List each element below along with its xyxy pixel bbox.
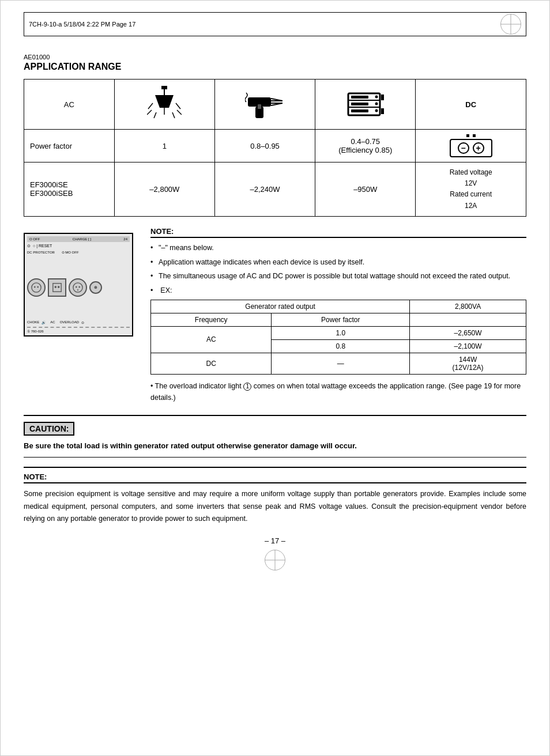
plus-terminal: + — [473, 142, 484, 154]
dc-terminal-box: − + — [450, 139, 492, 157]
gen-bottom-bar: ① 760-026 — [27, 327, 130, 333]
generator-image-area: O OFF CHARGE [ ] 24 ⊙ ○ | RESET DC PROTE… — [24, 227, 139, 403]
svg-point-35 — [76, 286, 77, 288]
content-split: O OFF CHARGE [ ] 24 ⊙ ○ | RESET DC PROTE… — [24, 227, 526, 403]
cell-ac-label: AC — [24, 80, 115, 130]
caution-label: CAUTION: — [24, 422, 74, 436]
svg-point-29 — [34, 286, 36, 288]
ex-header-col2: 2,800VA — [410, 300, 526, 313]
overload-text-1: • The overload indicator light — [150, 382, 243, 390]
note2-header: NOTE: — [24, 472, 526, 483]
note2-text: Some precision equipment is voltage sens… — [24, 488, 526, 525]
svg-marker-2 — [155, 95, 174, 108]
cell-drill-icon — [214, 80, 315, 130]
ex-row2-val: –2,650W — [410, 326, 526, 339]
cell-model-label: EF3000iSE EF3000iSEB — [24, 162, 115, 217]
ex-table-header: Generator rated output 2,800VA — [151, 300, 526, 313]
ex-table-row2: AC 1.0 –2,650W — [151, 326, 526, 339]
svg-rect-27 — [381, 108, 384, 114]
gen-row3: DC PROTECTOR ⊙ MO OFF — [27, 250, 130, 254]
note1-bullet-3: The simultaneous usage of AC and DC powe… — [150, 271, 526, 282]
table-row-models: EF3000iSE EF3000iSEB –2,800W –2,240W –95… — [24, 162, 526, 217]
server-svg — [345, 89, 386, 120]
dc-dot-1 — [466, 134, 469, 137]
svg-point-22 — [375, 109, 378, 112]
ex-row1-pf: Power factor — [272, 313, 410, 326]
svg-line-3 — [148, 103, 153, 109]
cell-server-icon — [315, 80, 416, 130]
cell-pf-0895: 0.8–0.95 — [214, 130, 315, 162]
ex-row4-dc: DC — [151, 353, 272, 374]
ex-row1-freq: Frequency — [151, 313, 272, 326]
svg-point-33 — [58, 286, 60, 289]
bottom-crosshair-container — [24, 550, 526, 570]
cell-dc-battery-icon: − + — [416, 130, 526, 162]
overload-note: • The overload indicator light 1 comes o… — [150, 380, 526, 403]
svg-line-7 — [177, 110, 182, 115]
ex-row4-dash: — — [272, 353, 410, 374]
circled-1: 1 — [243, 383, 251, 391]
note1-bullet-2: Application wattage indicates when each … — [150, 257, 526, 268]
section-label: AE01000 — [24, 54, 526, 61]
page-number: – 17 – — [24, 536, 526, 545]
cell-watt-2800: –2,800W — [114, 162, 214, 217]
dc-dot-2 — [473, 134, 476, 137]
outlet-small: ⊕ — [89, 281, 102, 294]
ex-row1-val — [410, 313, 526, 326]
svg-rect-0 — [161, 86, 167, 89]
note2-section: NOTE: Some precision equipment is voltag… — [24, 467, 526, 525]
note1-header: NOTE: — [150, 227, 526, 238]
ex-table-row4: DC — 144W(12V/12A) — [151, 353, 526, 374]
minus-terminal: − — [458, 142, 469, 154]
gen-labels: CHOKE 🔊 AC OVERLOAD ⊙ — [27, 320, 130, 324]
ex-row3-val: –2,100W — [410, 339, 526, 353]
gen-row2: ⊙ ○ | RESET — [27, 244, 130, 248]
ex-header-col1: Generator rated output — [151, 300, 410, 313]
gen-outlets: ⊕ — [27, 256, 130, 319]
gen-top-bar: O OFF CHARGE [ ] 24 — [27, 236, 130, 242]
cell-pf-1: 1 — [114, 130, 214, 162]
table-row-power-factor: Power factor 1 0.8–0.95 0.4–0.75 (Effici… — [24, 130, 526, 162]
ceiling-lamp-svg — [147, 86, 182, 123]
svg-rect-25 — [351, 109, 368, 112]
ex-row3-pf: 0.8 — [272, 339, 410, 353]
header-text: 7CH-9-10-a 5/18/04 2:22 PM Page 17 — [29, 21, 135, 28]
generator-image: O OFF CHARGE [ ] 24 ⊙ ○ | RESET DC PROTE… — [24, 233, 133, 337]
svg-line-4 — [147, 110, 152, 115]
outlet-round-2 — [69, 278, 87, 297]
drill-svg — [245, 87, 285, 122]
crosshair-decoration — [500, 14, 521, 35]
svg-point-36 — [78, 286, 80, 288]
svg-line-8 — [172, 112, 175, 118]
svg-point-20 — [375, 95, 378, 98]
svg-rect-16 — [258, 104, 261, 109]
note1-list: "–" means below. Application wattage ind… — [150, 243, 526, 296]
svg-line-5 — [154, 112, 156, 118]
page-container: 7CH-9-10-a 5/18/04 2:22 PM Page 17 AE010… — [0, 0, 550, 756]
svg-point-34 — [73, 283, 82, 292]
note1-bullet-1: "–" means below. — [150, 243, 526, 254]
caution-text: Be sure the total load is within generat… — [24, 440, 526, 452]
outlet-sq-svg — [52, 282, 62, 293]
svg-point-28 — [32, 283, 41, 292]
cell-dc-label: DC — [416, 80, 526, 130]
svg-rect-26 — [381, 94, 384, 100]
outlet-svg — [31, 282, 42, 293]
cell-watt-950: –950W — [315, 162, 416, 217]
outlet-square-1 — [48, 278, 66, 297]
application-range-table: AC — [24, 79, 526, 217]
ex-row2-ac: AC — [151, 326, 272, 353]
svg-point-30 — [37, 286, 39, 288]
cell-lamp-icon — [114, 80, 214, 130]
cell-pf-0475: 0.4–0.75 (Efficiency 0.85) — [315, 130, 416, 162]
note1-bullet-4: EX: — [150, 285, 526, 296]
cell-rated-info: Rated voltage 12V Rated current 12A — [416, 162, 526, 217]
section-title: APPLICATION RANGE — [24, 62, 526, 72]
caution-section: CAUTION: Be sure the total load is withi… — [24, 415, 526, 458]
svg-line-6 — [176, 103, 180, 109]
outlet-r2-svg — [73, 282, 83, 293]
svg-point-32 — [55, 286, 57, 289]
cell-watt-2240: –2,240W — [214, 162, 315, 217]
svg-rect-31 — [53, 284, 61, 292]
svg-rect-23 — [351, 96, 368, 99]
